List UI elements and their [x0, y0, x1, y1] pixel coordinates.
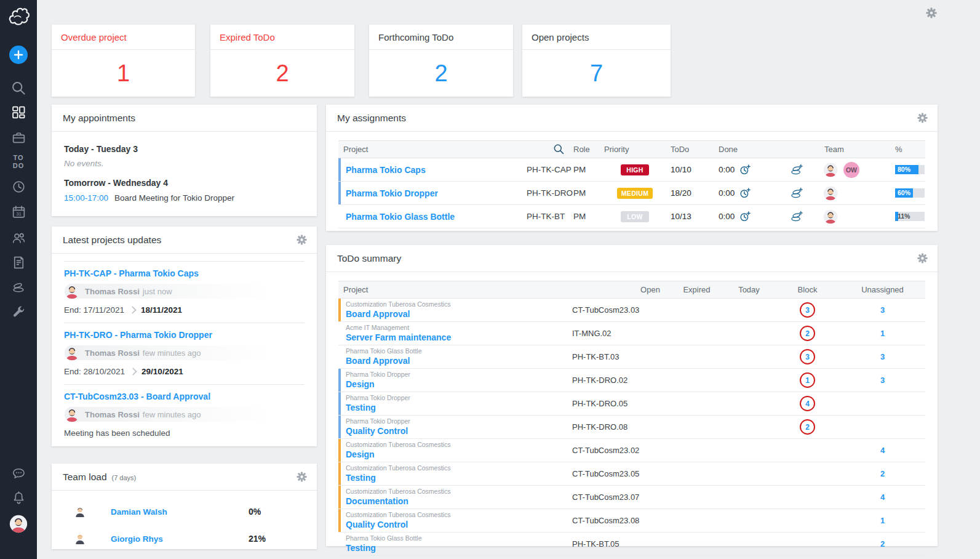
- assignment-row[interactable]: Pharma Tokio Glass Bottle PH-TK-BT PM LO…: [338, 205, 925, 228]
- update-item[interactable]: PH-TK-DRO - Pharma Tokio Dropper Thomas …: [64, 323, 305, 384]
- clock-plus-icon[interactable]: [739, 164, 751, 175]
- task-link[interactable]: Testing: [346, 403, 376, 414]
- task-link[interactable]: Design: [346, 379, 375, 390]
- sidebar-item-search[interactable]: [0, 81, 37, 96]
- assignment-row[interactable]: Pharma Tokio Caps PH-TK-CAP PM HIGH 10/1…: [338, 158, 925, 182]
- unassigned-count[interactable]: 3: [880, 376, 885, 385]
- unassigned-count[interactable]: 4: [880, 493, 885, 502]
- task-link[interactable]: Quality Control: [346, 426, 408, 437]
- event-time[interactable]: 15:00-17:00: [64, 193, 108, 203]
- todo-row[interactable]: Customization Tuberosa CosmesticsDesign …: [338, 439, 925, 462]
- stat-card-forthcoming-todo[interactable]: Forthcoming ToDo 2: [369, 25, 513, 97]
- column-header-percent[interactable]: %: [891, 145, 925, 154]
- task-link[interactable]: Design: [346, 449, 375, 460]
- todo-row[interactable]: Pharma Tokio DropperQuality Control PH-T…: [338, 416, 925, 439]
- block-count-badge[interactable]: 1: [800, 372, 815, 388]
- coins-plus-icon[interactable]: [791, 211, 803, 222]
- stat-card-open-projects[interactable]: Open projects 7: [522, 25, 671, 97]
- team-member-row[interactable]: Damian Walsh 0%: [52, 498, 317, 525]
- coins-plus-icon[interactable]: [791, 164, 803, 175]
- column-header-today[interactable]: Today: [723, 285, 775, 294]
- clock-plus-icon[interactable]: [739, 187, 751, 199]
- sidebar-item-messages[interactable]: [0, 466, 37, 481]
- update-project-link[interactable]: PH-TK-CAP - Pharma Tokio Caps: [64, 268, 199, 278]
- update-item[interactable]: CT-TubCosm23.03 - Board Approval Thomas …: [64, 384, 305, 446]
- todo-row[interactable]: Customization Tuberosa CosmesticsBoard A…: [338, 299, 925, 322]
- task-link[interactable]: Quality Control: [346, 520, 408, 531]
- stat-card-expired-todo[interactable]: Expired ToDo 2: [210, 25, 354, 97]
- block-count-badge[interactable]: 3: [800, 349, 815, 364]
- column-header-unassigned[interactable]: Unassigned: [840, 285, 925, 294]
- project-link[interactable]: Pharma Tokio Dropper: [346, 188, 438, 198]
- update-project-link[interactable]: PH-TK-DRO - Pharma Tokio Dropper: [64, 330, 212, 340]
- update-project-link[interactable]: CT-TubCosm23.03 - Board Approval: [64, 392, 210, 401]
- task-link[interactable]: Documentation: [346, 496, 408, 507]
- stat-card-overdue-project[interactable]: Overdue project 1: [52, 25, 195, 97]
- avatar[interactable]: [823, 209, 838, 224]
- sidebar-item-worklog[interactable]: [0, 179, 37, 195]
- todo-row[interactable]: Acme IT ManagementServer Farm maintenanc…: [338, 322, 925, 345]
- todo-count[interactable]: 10/13: [667, 212, 709, 221]
- todo-row[interactable]: Pharma Tokio Glass BottleBoard Approval …: [338, 345, 925, 369]
- search-icon[interactable]: [553, 143, 565, 155]
- block-count-badge[interactable]: 4: [800, 396, 815, 411]
- page-settings-button[interactable]: [926, 7, 937, 21]
- column-header-role[interactable]: Role: [572, 145, 603, 154]
- stat-value[interactable]: 1: [52, 50, 195, 97]
- sidebar-item-projects[interactable]: [0, 130, 37, 145]
- column-header-project[interactable]: Project: [338, 285, 572, 294]
- sidebar-item-notifications[interactable]: [0, 490, 37, 505]
- card-settings-button[interactable]: [917, 253, 928, 266]
- member-name-link[interactable]: Damian Walsh: [111, 507, 167, 517]
- avatar[interactable]: [823, 163, 838, 177]
- event-title[interactable]: Board Meeting for Tokio Dropper: [114, 193, 234, 203]
- stat-value[interactable]: 2: [210, 50, 354, 97]
- column-header-priority[interactable]: Priority: [603, 145, 667, 154]
- sidebar-item-calendar[interactable]: 31: [0, 204, 37, 220]
- stat-value[interactable]: 2: [369, 50, 513, 97]
- todo-row[interactable]: Customization Tuberosa CosmesticsDocumen…: [338, 486, 925, 509]
- todo-row[interactable]: Pharma Tokio DropperTesting PH-TK-DRO.05…: [338, 392, 925, 416]
- task-link[interactable]: Board Approval: [346, 356, 410, 367]
- block-count-badge[interactable]: 2: [800, 326, 815, 341]
- todo-row[interactable]: Pharma Tokio DropperDesign PH-TK-DRO.02 …: [338, 369, 925, 392]
- sidebar-item-todo[interactable]: TO DO: [0, 154, 37, 170]
- project-link[interactable]: Pharma Tokio Caps: [346, 165, 426, 175]
- todo-row[interactable]: Customization Tuberosa CosmesticsQuality…: [338, 509, 925, 533]
- todo-count[interactable]: 10/10: [667, 165, 709, 174]
- sidebar-item-dashboard[interactable]: [0, 105, 37, 120]
- unassigned-count[interactable]: 4: [880, 446, 885, 455]
- unassigned-count[interactable]: 2: [880, 539, 885, 549]
- column-header-project[interactable]: Project: [343, 145, 368, 154]
- block-count-badge[interactable]: 2: [800, 419, 815, 435]
- clock-plus-icon[interactable]: [739, 211, 751, 222]
- stat-value[interactable]: 7: [522, 50, 671, 97]
- update-item[interactable]: PH-TK-CAP - Pharma Tokio Caps Thomas Ros…: [64, 261, 305, 323]
- unassigned-count[interactable]: 3: [880, 352, 885, 361]
- todo-count[interactable]: 18/20: [667, 188, 709, 198]
- task-link[interactable]: Testing: [346, 543, 376, 554]
- member-name-link[interactable]: Giorgio Rhys: [111, 534, 163, 544]
- task-link[interactable]: Board Approval: [346, 309, 410, 320]
- column-header-expired[interactable]: Expired: [671, 285, 723, 294]
- unassigned-count[interactable]: 2: [880, 469, 885, 478]
- team-member-row[interactable]: Giorgio Rhys 21%: [52, 525, 317, 552]
- unassigned-count[interactable]: 1: [880, 329, 885, 338]
- column-header-done[interactable]: Done: [709, 145, 774, 154]
- card-settings-button[interactable]: [917, 113, 928, 126]
- avatar[interactable]: [823, 186, 838, 201]
- profile-avatar[interactable]: [9, 515, 28, 533]
- assignment-row[interactable]: Pharma Tokio Dropper PH-TK-DRO PM MEDIUM…: [338, 182, 925, 205]
- card-settings-button[interactable]: [297, 235, 307, 247]
- task-link[interactable]: Server Farm maintenance: [346, 332, 451, 344]
- sidebar-item-costs[interactable]: [0, 280, 37, 295]
- card-settings-button[interactable]: [297, 472, 307, 485]
- column-header-todo[interactable]: ToDo: [667, 145, 709, 154]
- unassigned-count[interactable]: 1: [880, 516, 885, 525]
- team-member-badge[interactable]: OW: [843, 162, 859, 178]
- unassigned-count[interactable]: 3: [880, 305, 885, 315]
- todo-row[interactable]: Customization Tuberosa CosmesticsTesting…: [338, 462, 925, 486]
- sidebar-item-documents[interactable]: [0, 255, 37, 270]
- todo-row[interactable]: Pharma Tokio Glass BottleTesting PH-TK-B…: [338, 533, 925, 556]
- sidebar-item-tools[interactable]: [0, 304, 37, 320]
